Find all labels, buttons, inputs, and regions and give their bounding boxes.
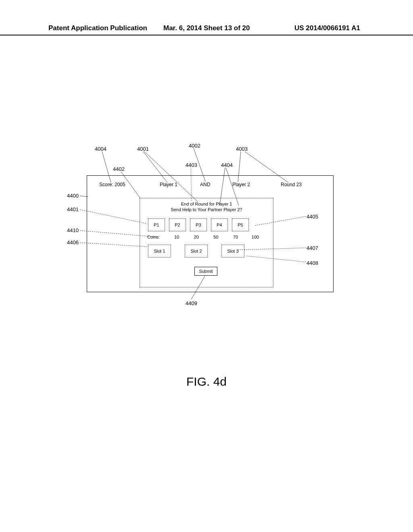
player1-text: Player 1 [160, 182, 177, 187]
dialog-line2: Send Help to Your Partner Player 2? [140, 207, 273, 213]
coins-val-3: 50 [206, 235, 226, 239]
ref-4400: 4400 [67, 193, 79, 199]
dialog-message: End of Round for Player 1 Send Help to Y… [140, 202, 273, 213]
ref-4003: 4003 [236, 146, 248, 152]
ref-4403: 4403 [186, 162, 197, 168]
dialog-line1: End of Round for Player 1 [140, 202, 273, 207]
page-header: Patent Application Publication Mar. 6, 2… [0, 32, 413, 35]
coins-row: Coins: 10 20 50 70 100 [147, 235, 265, 239]
coins-val-4: 70 [226, 235, 246, 239]
powerup-p3[interactable]: P3 [190, 218, 207, 231]
slot-1[interactable]: Slot 1 [148, 245, 171, 258]
powerup-p4[interactable]: P4 [211, 218, 228, 231]
header-sheet: Mar. 6, 2014 Sheet 13 of 20 [163, 24, 250, 32]
submit-button[interactable]: Submit [194, 267, 217, 276]
ref-4402: 4402 [113, 166, 125, 172]
coins-val-1: 10 [167, 235, 187, 239]
slot-2[interactable]: Slot 2 [185, 245, 208, 258]
score-text: Score: 2005 [99, 182, 125, 187]
and-text: AND [200, 182, 210, 187]
ref-4001: 4001 [137, 146, 149, 152]
ref-4004: 4004 [95, 146, 106, 152]
ref-4404: 4404 [221, 162, 233, 168]
figure-label: FIG. 4d [0, 375, 413, 389]
ref-4410: 4410 [67, 227, 79, 233]
dialog-box: End of Round for Player 1 Send Help to Y… [140, 198, 273, 287]
coins-val-2: 20 [186, 235, 206, 239]
coins-label: Coins: [147, 235, 167, 239]
slot-row: Slot 1 Slot 2 Slot 3 [148, 245, 244, 258]
header-patent-number: US 2014/0066191 A1 [294, 24, 360, 32]
powerup-p5[interactable]: P5 [232, 218, 249, 231]
ref-4401: 4401 [67, 206, 79, 212]
ref-4406: 4406 [67, 239, 79, 245]
coins-val-5: 100 [245, 235, 265, 239]
ref-4409: 4409 [186, 300, 197, 306]
powerup-p1[interactable]: P1 [148, 218, 165, 231]
figure-4d: 4004 4001 4002 4003 4402 4403 4404 4400 … [65, 141, 347, 306]
powerup-p2[interactable]: P2 [169, 218, 186, 231]
ref-4002: 4002 [189, 143, 200, 149]
powerup-row: P1 P2 P3 P4 P5 [148, 218, 249, 231]
round-text: Round 23 [281, 182, 302, 187]
game-screen-box: Score: 2005 Player 1 AND Player 2 Round … [87, 175, 334, 292]
header-publication: Patent Application Publication [48, 24, 147, 32]
player2-text: Player 2 [232, 182, 250, 187]
slot-3[interactable]: Slot 3 [221, 245, 244, 258]
